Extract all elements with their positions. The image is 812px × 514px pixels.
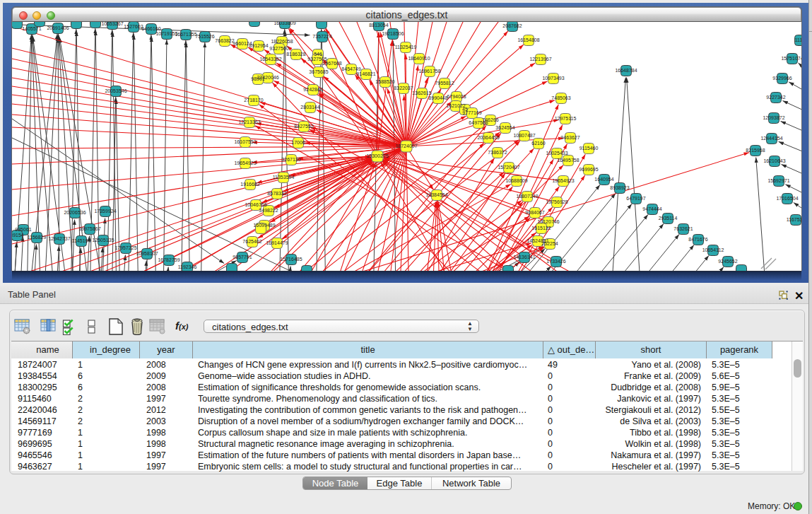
svg-text:9777169: 9777169 bbox=[462, 110, 481, 115]
svg-text:20691406: 20691406 bbox=[47, 25, 69, 30]
svg-text:12213363: 12213363 bbox=[238, 119, 260, 124]
svg-text:7955812: 7955812 bbox=[435, 81, 454, 86]
svg-text:16120746: 16120746 bbox=[537, 219, 559, 224]
svg-text:9857791: 9857791 bbox=[233, 255, 252, 259]
svg-text:12093872: 12093872 bbox=[763, 115, 784, 120]
svg-text:546: 546 bbox=[314, 52, 322, 57]
svg-text:39154: 39154 bbox=[12, 233, 24, 238]
svg-text:9242848: 9242848 bbox=[303, 87, 322, 92]
svg-text:16914479: 16914479 bbox=[266, 240, 288, 245]
svg-text:9245652: 9245652 bbox=[718, 259, 737, 264]
svg-text:2087682: 2087682 bbox=[502, 23, 522, 28]
svg-text:1527602: 1527602 bbox=[124, 24, 143, 29]
svg-text:7515526: 7515526 bbox=[195, 34, 214, 39]
svg-text:1640954: 1640954 bbox=[594, 177, 613, 182]
svg-text:9463627: 9463627 bbox=[560, 135, 579, 140]
svg-text:16495758: 16495758 bbox=[557, 158, 579, 163]
svg-text:19218506: 19218506 bbox=[382, 31, 404, 36]
svg-text:11353594: 11353594 bbox=[273, 175, 295, 180]
svg-text:17957225: 17957225 bbox=[114, 245, 136, 250]
svg-text:1405571: 1405571 bbox=[22, 26, 41, 31]
svg-text:8912954: 8912954 bbox=[249, 43, 268, 48]
svg-text:10653267: 10653267 bbox=[101, 22, 123, 26]
svg-text:9327500: 9327500 bbox=[269, 46, 288, 51]
svg-text:3498222: 3498222 bbox=[259, 208, 278, 213]
svg-text:2718170: 2718170 bbox=[244, 98, 263, 103]
svg-text:8454749: 8454749 bbox=[341, 66, 360, 71]
svg-text:18724007: 18724007 bbox=[395, 144, 417, 148]
svg-text:18640910: 18640910 bbox=[408, 56, 430, 61]
svg-text:98901: 98901 bbox=[251, 76, 265, 81]
svg-text:10025433: 10025433 bbox=[546, 151, 567, 156]
svg-text:7386372: 7386372 bbox=[488, 150, 507, 155]
svg-text:16107553: 16107553 bbox=[234, 139, 256, 144]
svg-text:1615132: 1615132 bbox=[531, 226, 551, 230]
svg-text:7663822: 7663822 bbox=[215, 38, 234, 43]
svg-text:16961758: 16961758 bbox=[418, 69, 440, 74]
svg-text:11325419: 11325419 bbox=[395, 45, 417, 49]
svg-text:8990448: 8990448 bbox=[428, 95, 447, 100]
svg-text:9146821: 9146821 bbox=[356, 71, 375, 76]
svg-text:1156829: 1156829 bbox=[28, 235, 47, 240]
svg-text:6497568: 6497568 bbox=[469, 120, 488, 125]
svg-text:10046766: 10046766 bbox=[245, 202, 266, 207]
svg-text:1167533: 1167533 bbox=[787, 217, 801, 222]
svg-text:3267130: 3267130 bbox=[281, 157, 300, 162]
svg-text:1362615: 1362615 bbox=[412, 90, 431, 95]
svg-text:9329966: 9329966 bbox=[772, 76, 792, 81]
svg-text:1588520: 1588520 bbox=[375, 79, 394, 84]
svg-text:6794028: 6794028 bbox=[447, 94, 466, 99]
svg-text:19654923: 19654923 bbox=[552, 178, 574, 183]
svg-text:16671355: 16671355 bbox=[175, 32, 196, 37]
svg-text:15300275: 15300275 bbox=[366, 153, 388, 158]
svg-text:12444154: 12444154 bbox=[760, 136, 782, 141]
svg-text:15720407: 15720407 bbox=[498, 165, 519, 170]
svg-text:10688609: 10688609 bbox=[505, 178, 527, 183]
svg-text:15716485: 15716485 bbox=[280, 257, 302, 262]
svg-text:20364436: 20364436 bbox=[477, 135, 499, 140]
svg-text:935061: 935061 bbox=[15, 227, 31, 232]
svg-text:9084067: 9084067 bbox=[525, 210, 544, 215]
svg-text:7625402: 7625402 bbox=[242, 239, 261, 244]
svg-text:7485063: 7485063 bbox=[551, 95, 570, 100]
svg-text:20053546: 20053546 bbox=[105, 88, 126, 93]
svg-text:9699695: 9699695 bbox=[579, 167, 598, 172]
svg-text:1733426: 1733426 bbox=[546, 259, 565, 264]
svg-text:17016504: 17016504 bbox=[776, 196, 798, 201]
svg-text:2935114: 2935114 bbox=[659, 216, 678, 221]
svg-text:8471676: 8471676 bbox=[688, 237, 707, 242]
svg-text:10958107: 10958107 bbox=[136, 251, 158, 256]
svg-text:6479197: 6479197 bbox=[626, 196, 645, 201]
svg-text:16782759: 16782759 bbox=[158, 257, 180, 262]
svg-text:8678332: 8678332 bbox=[267, 191, 286, 196]
svg-text:252254: 252254 bbox=[541, 241, 558, 246]
svg-text:8938923: 8938923 bbox=[610, 185, 629, 190]
svg-text:1916682: 1916682 bbox=[240, 182, 259, 187]
svg-text:9227342: 9227342 bbox=[766, 95, 785, 100]
svg-text:12213967: 12213967 bbox=[529, 57, 551, 62]
svg-text:12975115: 12975115 bbox=[555, 116, 577, 121]
svg-text:1117: 1117 bbox=[795, 37, 801, 42]
svg-text:2967608: 2967608 bbox=[322, 61, 341, 66]
svg-text:16033809: 16033809 bbox=[273, 22, 295, 25]
svg-text:8427552: 8427552 bbox=[294, 124, 313, 129]
svg-text:8215958: 8215958 bbox=[746, 148, 765, 153]
svg-text:10654112: 10654112 bbox=[702, 247, 724, 252]
svg-text:6466160: 6466160 bbox=[141, 26, 160, 31]
svg-text:19975867: 19975867 bbox=[78, 226, 100, 231]
svg-text:15692971: 15692971 bbox=[767, 178, 789, 183]
svg-text:3624554: 3624554 bbox=[495, 125, 514, 130]
svg-text:15751074: 15751074 bbox=[781, 56, 801, 61]
svg-text:1145194: 1145194 bbox=[72, 238, 91, 243]
svg-text:16543382: 16543382 bbox=[259, 57, 281, 62]
svg-text:14136141: 14136141 bbox=[513, 255, 535, 259]
svg-text:16099489: 16099489 bbox=[253, 223, 275, 228]
svg-text:8322037: 8322037 bbox=[394, 86, 413, 90]
svg-text:17006: 17006 bbox=[291, 140, 305, 145]
svg-text:18226058: 18226058 bbox=[271, 39, 293, 44]
svg-text:10973493: 10973493 bbox=[542, 76, 564, 81]
svg-text:17359924: 17359924 bbox=[94, 209, 116, 214]
svg-text:8186328: 8186328 bbox=[286, 52, 305, 57]
svg-text:16210643: 16210643 bbox=[763, 158, 785, 163]
svg-text:12942737: 12942737 bbox=[48, 236, 70, 241]
